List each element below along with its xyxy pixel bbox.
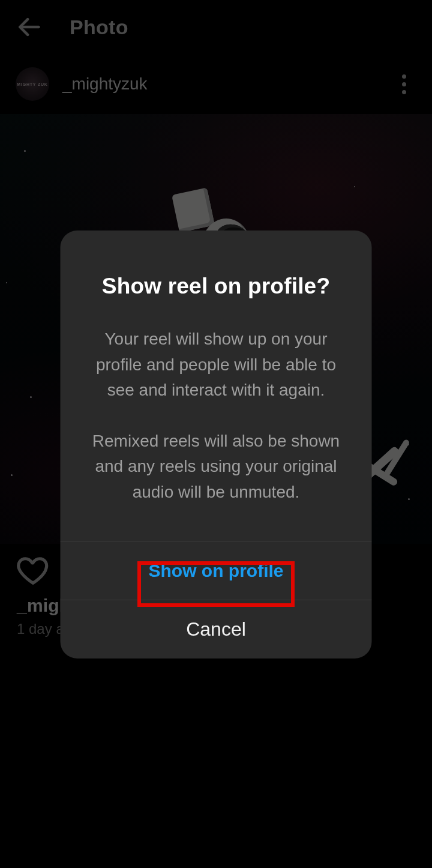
confirm-dialog: Show reel on profile? Your reel will sho… — [61, 231, 372, 659]
cancel-button[interactable]: Cancel — [61, 600, 372, 659]
dialog-title: Show reel on profile? — [88, 274, 344, 299]
dialog-paragraph: Remixed reels will also be shown and any… — [88, 429, 344, 505]
dialog-paragraph: Your reel will show up on your profile a… — [88, 327, 344, 403]
show-on-profile-button[interactable]: Show on profile — [61, 541, 372, 600]
dialog-body: Show reel on profile? Your reel will sho… — [61, 231, 372, 541]
